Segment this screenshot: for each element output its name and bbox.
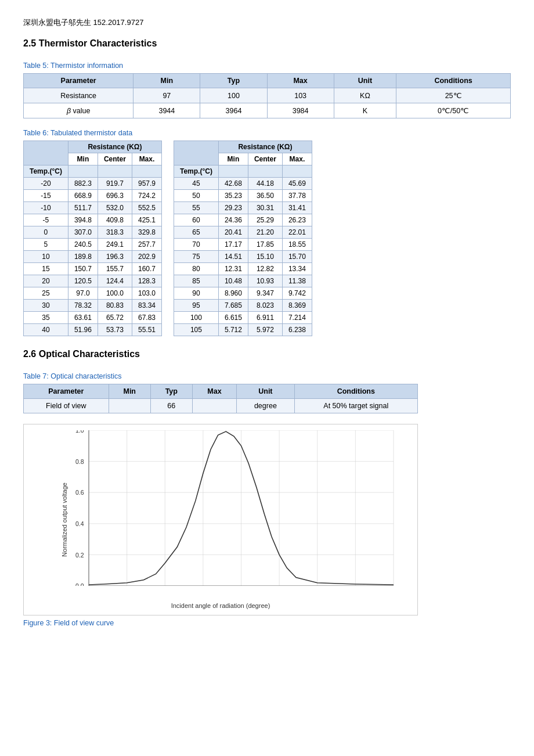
col-unit: Unit bbox=[334, 74, 396, 88]
cell: 80 bbox=[174, 263, 218, 275]
y-axis-label: Normalized output voltage bbox=[61, 483, 68, 557]
table-row: 3563.6165.7267.83 bbox=[24, 312, 162, 324]
table-row: 20120.5124.4128.3 bbox=[24, 275, 162, 287]
cell-min bbox=[109, 399, 150, 413]
table-row: 8012.3112.8213.34 bbox=[174, 263, 312, 275]
col-conditions: Conditions bbox=[396, 74, 511, 88]
table-row: 957.6858.0238.369 bbox=[174, 300, 312, 312]
cell: 10.48 bbox=[218, 275, 248, 287]
cell: 30 bbox=[24, 300, 68, 312]
cell: 78.32 bbox=[68, 300, 98, 312]
cell: 15.10 bbox=[248, 251, 282, 263]
col-min-r: Min bbox=[218, 153, 248, 165]
svg-text:1.0: 1.0 bbox=[75, 430, 84, 434]
cell: 5.712 bbox=[218, 324, 248, 336]
cell: 409.8 bbox=[98, 214, 132, 226]
svg-text:0.2: 0.2 bbox=[75, 552, 84, 559]
col-min: Min bbox=[134, 74, 200, 88]
cell: 160.7 bbox=[132, 263, 161, 275]
cell: Resistance bbox=[24, 88, 134, 103]
cell: 257.7 bbox=[132, 239, 161, 251]
cell: 552.5 bbox=[132, 202, 161, 214]
cell: 3984 bbox=[267, 103, 334, 118]
col-empty bbox=[24, 141, 68, 165]
cell: 6.615 bbox=[218, 312, 248, 324]
cell: 35.23 bbox=[218, 190, 248, 202]
cell: 97 bbox=[134, 88, 200, 103]
cell: 24.36 bbox=[218, 214, 248, 226]
cell: 22.01 bbox=[282, 226, 312, 239]
svg-text:0.6: 0.6 bbox=[75, 489, 84, 496]
svg-text:0.8: 0.8 bbox=[75, 459, 84, 465]
table-row: 6520.4121.2022.01 bbox=[174, 226, 312, 239]
cell: -15 bbox=[24, 190, 68, 202]
svg-text:0.4: 0.4 bbox=[75, 521, 84, 527]
svg-text:0.0: 0.0 bbox=[75, 583, 84, 586]
cell: 60 bbox=[174, 214, 218, 226]
col-max-r: Max. bbox=[282, 153, 312, 165]
col-center-r: Center bbox=[248, 153, 282, 165]
cell: 44.18 bbox=[248, 178, 282, 190]
cell: 18.55 bbox=[282, 239, 312, 251]
table6-right: Resistance (KΩ) Min Center Max. Temp.(°C… bbox=[174, 141, 312, 336]
col-parameter: Parameter bbox=[24, 74, 134, 88]
cell: 0 bbox=[24, 226, 68, 239]
cell: 45 bbox=[174, 178, 218, 190]
cell: 55.51 bbox=[132, 324, 161, 336]
cell: 7.214 bbox=[282, 312, 312, 324]
cell: 20 bbox=[24, 275, 68, 287]
cell: 25.29 bbox=[248, 214, 282, 226]
cell: 25℃ bbox=[396, 88, 511, 103]
col-typ: Typ bbox=[200, 74, 267, 88]
cell: 511.7 bbox=[68, 202, 98, 214]
figure-caption: Figure 3: Field of view curve bbox=[23, 619, 511, 627]
table-row: 0307.0318.3329.8 bbox=[24, 226, 162, 239]
table-row: 15150.7155.7160.7 bbox=[24, 263, 162, 275]
cell: 957.9 bbox=[132, 178, 161, 190]
cell: 7.685 bbox=[218, 300, 248, 312]
cell: 8.023 bbox=[248, 300, 282, 312]
cell: 105 bbox=[174, 324, 218, 336]
cell: 15 bbox=[24, 263, 68, 275]
cell: 67.83 bbox=[132, 312, 161, 324]
cell: 202.9 bbox=[132, 251, 161, 263]
cell: 3944 bbox=[134, 103, 200, 118]
cell: 53.73 bbox=[98, 324, 132, 336]
cell: 100 bbox=[200, 88, 267, 103]
chart-svg: 0.0 0.2 0.4 0.6 0.8 1.0 -80 -60 -40 -20 … bbox=[64, 430, 406, 586]
cell: -5 bbox=[24, 214, 68, 226]
table-row: 1006.6156.9117.214 bbox=[174, 312, 312, 324]
cell: 9.347 bbox=[248, 287, 282, 300]
col-min: Min bbox=[109, 384, 150, 399]
cell: 307.0 bbox=[68, 226, 98, 239]
col-temp-r: Temp.(°C) bbox=[174, 165, 218, 178]
cell: 329.8 bbox=[132, 226, 161, 239]
table6-left: Resistance (KΩ) Min Center Max. Temp.(°C… bbox=[23, 141, 162, 336]
cell: 532.0 bbox=[98, 202, 132, 214]
cell: 17.17 bbox=[218, 239, 248, 251]
cell: 6.911 bbox=[248, 312, 282, 324]
table-row: 1055.7125.9726.238 bbox=[174, 324, 312, 336]
cell: 103 bbox=[267, 88, 334, 103]
cell: -10 bbox=[24, 202, 68, 214]
chart-container: Normalized output voltage 0.0 0.2 0.4 0.… bbox=[23, 424, 418, 615]
col-max-sub bbox=[132, 165, 161, 178]
cell-unit: degree bbox=[237, 399, 294, 413]
cell: 65.72 bbox=[98, 312, 132, 324]
cell: 90 bbox=[174, 287, 218, 300]
cell: K bbox=[334, 103, 396, 118]
cell: 249.1 bbox=[98, 239, 132, 251]
cell: 36.50 bbox=[248, 190, 282, 202]
col-min-sub bbox=[68, 165, 98, 178]
col-empty-r bbox=[174, 141, 218, 165]
cell: 9.742 bbox=[282, 287, 312, 300]
cell: 40 bbox=[24, 324, 68, 336]
cell-param: Field of view bbox=[24, 399, 109, 413]
cell-typ: 66 bbox=[150, 399, 192, 413]
table-row: -15668.9696.3724.2 bbox=[24, 190, 162, 202]
table6-left-body: -20882.3919.7957.9-15668.9696.3724.2-105… bbox=[24, 178, 162, 336]
cell: 8.960 bbox=[218, 287, 248, 300]
table-row: 4051.9653.7355.51 bbox=[24, 324, 162, 336]
cell: KΩ bbox=[334, 88, 396, 103]
col-unit: Unit bbox=[237, 384, 294, 399]
